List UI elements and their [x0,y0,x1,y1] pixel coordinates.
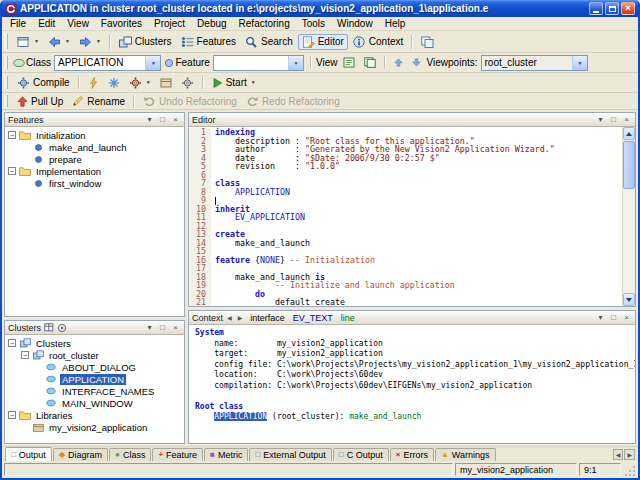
cluster-item-root-cluster[interactable]: −root_cluster [5,349,184,361]
editor-close-button[interactable]: × [621,114,632,125]
toolbar-gripper[interactable] [5,95,8,106]
dropdown-caret-icon[interactable]: ▼ [34,39,39,44]
clusters-menu-button[interactable]: ▾ [144,322,155,333]
menu-debug[interactable]: Debug [191,17,232,30]
context-crumb-ev-text[interactable]: EV_TEXT [289,313,337,323]
feature-item-prepare[interactable]: prepare [5,153,184,165]
tab-diagram[interactable]: ◆Diagram [53,448,108,461]
undo-refactoring-button[interactable]: Undo Refactoring [139,94,241,109]
back-button[interactable]: ▼ [44,34,74,50]
menu-refactoring[interactable]: Refactoring [233,17,296,30]
menu-file[interactable]: File [4,17,32,30]
maximize-button[interactable] [605,2,619,15]
tab-warnings[interactable]: ▲Warnings [435,448,496,461]
code-line[interactable]: 14 make_and_launch [189,239,622,248]
collapse-icon[interactable]: − [8,131,16,139]
context-crumb-line[interactable]: line [337,313,359,323]
code-line[interactable]: 11 EV_APPLICATION [189,213,622,222]
menu-edit[interactable]: Edit [32,17,61,30]
dropdown-caret-icon[interactable]: ▼ [65,39,70,44]
clusters-maximize-button[interactable]: □ [157,322,168,333]
redo-refactoring-button[interactable]: Redo Refactoring [242,94,344,109]
cluster-item-about-dialog[interactable]: ABOUT_DIALOG [5,361,184,373]
context-forward-button[interactable]: ▶ [236,314,245,321]
tab-c-output[interactable]: □C Output [333,448,389,461]
toolbar-gripper[interactable] [5,76,8,89]
menu-help[interactable]: Help [379,17,412,30]
menu-window[interactable]: Window [331,17,379,30]
context-output[interactable]: System name: my_vision2_application targ… [189,325,635,443]
clusters-panel-header[interactable]: Clusters ▾ □ × [5,321,184,335]
close-button[interactable]: × [621,2,635,15]
pull-up-button[interactable]: Pull Up [13,94,67,109]
tab-metric[interactable]: ■Metric [204,448,248,461]
toggle-editor-button[interactable]: Editor [298,34,348,50]
tab-external-output[interactable]: □External Output [249,448,331,461]
tab-errors[interactable]: ×Errors [390,448,434,461]
viewpoints-combo-value[interactable]: root_cluster [482,57,572,68]
code-line[interactable]: 8 APPLICATION [189,188,622,197]
code-line[interactable]: 5 revision : "1.0.0" [189,162,622,171]
clusters-close-button[interactable]: × [170,322,181,333]
menu-view[interactable]: View [61,17,95,30]
rename-button[interactable]: Rename [68,93,129,109]
melt-button[interactable] [84,75,103,91]
viewpoints-combo[interactable]: root_cluster ▼ [481,55,588,71]
finalize-button[interactable]: ▼ [125,75,155,91]
context-maximize-button[interactable]: □ [608,312,619,323]
scrollbar-track[interactable] [623,140,635,293]
cluster-item-interface-names[interactable]: INTERFACE_NAMES [5,385,184,397]
compile-button[interactable]: Compile [13,75,74,91]
class-combo-value[interactable]: APPLICATION [55,57,145,68]
code-editor[interactable]: 1indexing2 description : "Root class for… [189,127,622,306]
feature-combo-dropdown[interactable]: ▼ [288,56,303,70]
cluster-item-my-vision2-application[interactable]: my_vision2_application [5,421,184,433]
collapse-icon[interactable]: − [8,411,16,419]
context-menu-button[interactable]: ▾ [595,312,606,323]
tab-output[interactable]: □Output [5,447,52,461]
view-flat-button[interactable] [360,55,380,70]
class-combo-dropdown[interactable]: ▼ [145,56,160,70]
tabs-scroll-left-button[interactable]: ◀ [613,449,624,460]
feature-item-initialization[interactable]: −Initialization [5,129,184,141]
view-basic-button[interactable] [339,55,359,70]
clusters-link-button[interactable] [56,322,67,333]
class-combo[interactable]: APPLICATION ▼ [54,55,161,71]
viewpoints-combo-dropdown[interactable]: ▼ [572,56,587,70]
scroll-up-button[interactable] [623,127,635,140]
features-menu-button[interactable]: ▾ [144,114,155,125]
features-panel-header[interactable]: Features ▾ □ × [5,113,184,127]
menu-favorites[interactable]: Favorites [95,17,148,30]
feature-item-make-and-launch[interactable]: make_and_launch [5,141,184,153]
editor-panel-header[interactable]: Editor ▾ □ × [189,113,635,127]
forward-button[interactable]: ▼ [75,34,105,50]
context-back-button[interactable]: ◀ [225,314,234,321]
cluster-item-main-window[interactable]: MAIN_WINDOW [5,397,184,409]
start-button[interactable]: Start▼ [208,75,260,91]
cluster-item-libraries[interactable]: −Libraries [5,409,184,421]
titlebar[interactable]: APPLICATION in cluster root_cluster loca… [2,0,638,17]
toggle-context-button[interactable]: Context [349,34,407,50]
toggle-features-button[interactable]: Features [177,34,240,50]
toggle-clusters-button[interactable]: Clusters [115,34,176,50]
toolbar-gripper[interactable] [5,56,8,69]
collapse-icon[interactable]: − [21,351,29,359]
code-line[interactable]: 12 [189,222,622,231]
code-line[interactable]: 6 [189,171,622,180]
freeze-button[interactable] [104,75,124,91]
tab-feature[interactable]: +Feature [152,448,203,461]
new-window-button[interactable]: ▼ [13,34,43,50]
tab-class[interactable]: ●Class [109,448,151,461]
clusters-view-menu-button[interactable] [43,322,54,333]
menu-tools[interactable]: Tools [296,17,331,30]
minimize-button[interactable] [589,2,603,15]
feature-combo[interactable]: ▼ [213,55,304,71]
context-close-button[interactable]: × [621,312,632,323]
code-line[interactable]: 21 default_create [189,298,622,306]
resize-grip-icon[interactable] [623,463,636,476]
tabs-scroll-right-button[interactable]: ▶ [624,449,635,460]
c-compile-button[interactable] [177,75,198,91]
context-panel-header[interactable]: Context ◀ ▶ interfaceEV_TEXTline ▾ □ × [189,311,635,325]
scroll-down-button[interactable] [623,293,635,306]
features-close-button[interactable]: × [170,114,181,125]
